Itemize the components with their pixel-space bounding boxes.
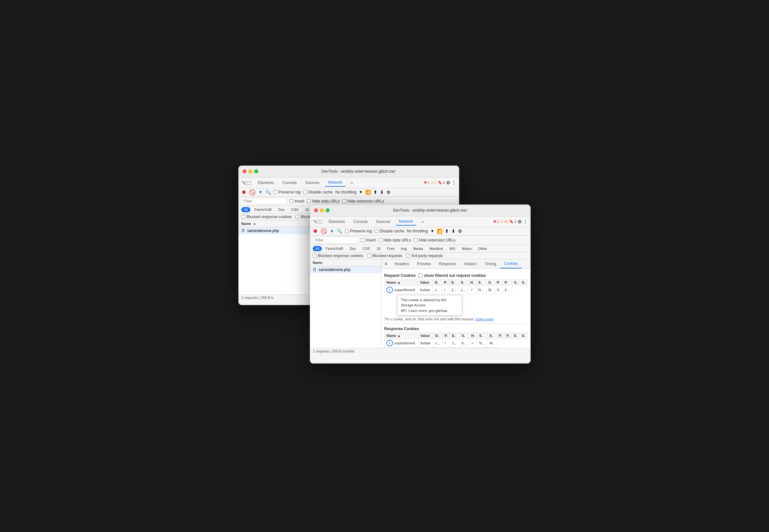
table-row[interactable]: i unpartitioned foobar c... / 1... 6... … (384, 339, 528, 348)
tab-more-front[interactable]: » (418, 218, 427, 225)
filter-icon-back[interactable]: ▼ (258, 190, 263, 195)
detail-tab-cookies-front[interactable]: Cookies (500, 259, 522, 268)
more-icon-back[interactable]: ⋮ (452, 180, 456, 185)
hide-data-urls-label-front[interactable]: Hide data URLs (378, 238, 411, 242)
stop-icon-back[interactable]: ⏺ (241, 189, 246, 195)
type-doc-back[interactable]: Doc (276, 207, 287, 212)
hide-ext-urls-checkbox-front[interactable] (414, 238, 418, 242)
show-filtered-checkbox-front[interactable] (418, 273, 423, 278)
close-button-back[interactable] (242, 169, 246, 173)
third-party-checkbox-front[interactable] (406, 254, 410, 258)
blocked-cookies-checkbox-back[interactable] (241, 215, 245, 219)
disable-cache-label-front[interactable]: Disable cache (374, 229, 404, 233)
type-css-back[interactable]: CSS (289, 207, 301, 212)
type-js-front[interactable]: JS (374, 246, 383, 251)
hide-ext-urls-label-back[interactable]: Hide extension URLs (342, 199, 384, 204)
preserve-log-checkbox-front[interactable] (345, 229, 349, 233)
download-icon-back[interactable]: ⬇ (380, 190, 384, 195)
minimize-button-front[interactable] (320, 208, 324, 212)
detail-tab-timing-front[interactable]: Timing (481, 260, 500, 268)
type-all-front[interactable]: All (313, 246, 322, 251)
tab-elements-front[interactable]: Elements (325, 218, 348, 225)
blocked-req-checkbox-front[interactable] (367, 254, 371, 258)
hide-ext-urls-label-front[interactable]: Hide extension URLs (414, 238, 456, 242)
settings-icon-back[interactable]: ⚙ (446, 180, 451, 185)
invert-checkbox-front[interactable] (361, 238, 365, 242)
type-wasm-front[interactable]: Wasm (459, 246, 475, 251)
invert-label-back[interactable]: Invert (289, 199, 304, 204)
preserve-log-checkbox-back[interactable] (273, 190, 277, 194)
tab-console-back[interactable]: Console (279, 179, 300, 186)
learn-more-link-front[interactable]: Learn more (476, 317, 494, 321)
request-row-back[interactable]: 🗒 samesitenone.php (239, 227, 310, 234)
detail-tab-initiator-front[interactable]: Initiator (460, 260, 481, 268)
disable-cache-label-back[interactable]: Disable cache (303, 190, 332, 194)
search-icon-back[interactable]: 🔍 (265, 190, 271, 195)
type-doc-front[interactable]: Doc (347, 246, 359, 251)
tab-network-front[interactable]: Network (396, 218, 416, 226)
type-manifest-front[interactable]: Manifest (427, 246, 446, 251)
blocked-cookies-checkbox-front[interactable] (313, 254, 316, 258)
preserve-log-label-back[interactable]: Preserve log (273, 190, 300, 194)
type-font-front[interactable]: Font (384, 246, 397, 251)
disable-cache-checkbox-front[interactable] (374, 229, 378, 233)
invert-label-front[interactable]: Invert (361, 238, 376, 242)
blocked-req-label-front[interactable]: Blocked requests (367, 254, 402, 258)
hide-data-urls-label-back[interactable]: Hide data URLs (307, 199, 340, 204)
third-party-label-front[interactable]: 3rd-party requests (406, 254, 443, 258)
fullscreen-button-back[interactable] (254, 169, 258, 173)
disable-cache-checkbox-back[interactable] (303, 190, 307, 194)
type-css-front[interactable]: CSS (360, 246, 373, 251)
detail-close-btn-front[interactable]: ✕ (381, 260, 391, 268)
tab-sources-front[interactable]: Sources (373, 218, 394, 225)
detail-tab-response-front[interactable]: Response (435, 260, 460, 268)
detail-tab-preview-front[interactable]: Preview (413, 260, 435, 268)
upload-icon-back[interactable]: ⬆ (373, 190, 377, 195)
search-icon-front[interactable]: 🔍 (337, 229, 342, 234)
fullscreen-button-front[interactable] (326, 208, 329, 212)
settings2-icon-front[interactable]: ⚙ (458, 229, 462, 234)
tab-elements-back[interactable]: Elements (254, 179, 277, 186)
hide-ext-urls-checkbox-back[interactable] (342, 199, 346, 203)
settings-icon-front[interactable]: ⚙ (518, 219, 522, 224)
more-icon-front[interactable]: ⋮ (523, 219, 528, 224)
tab-network-back[interactable]: Network (325, 179, 345, 187)
show-filtered-label-front[interactable]: show filtered out request cookies (418, 273, 486, 278)
settings2-icon-back[interactable]: ⚙ (387, 190, 391, 195)
clear-icon-back[interactable]: 🚫 (249, 189, 255, 195)
table-row[interactable]: i unpartitioned foobar c... / 2... 1... … (384, 285, 528, 294)
request-row-front[interactable]: 🗒 samesitenone.php (310, 266, 381, 273)
minimize-button-back[interactable] (248, 169, 252, 173)
req-col-name-front: Name ▲ (384, 279, 418, 285)
hide-data-urls-checkbox-back[interactable] (307, 199, 311, 203)
filter-input-back[interactable] (241, 198, 287, 205)
preserve-log-label-front[interactable]: Preserve log (345, 229, 372, 233)
blocked-cookies-label-front[interactable]: Blocked response cookies (313, 254, 363, 258)
blocked-req-checkbox-back[interactable] (295, 215, 299, 219)
throttle-select-back[interactable]: No throttling (335, 190, 356, 194)
download-icon-front[interactable]: ⬇ (452, 229, 455, 234)
type-xhr-back[interactable]: Fetch/XHR (252, 207, 274, 212)
upload-icon-front[interactable]: ⬆ (445, 229, 449, 234)
blocked-cookies-label-back[interactable]: Blocked response cookies (241, 215, 291, 219)
tab-console-front[interactable]: Console (350, 218, 371, 225)
type-all-back[interactable]: All (241, 207, 250, 212)
hide-data-urls-checkbox-front[interactable] (378, 238, 382, 242)
type-ws-front[interactable]: WS (447, 246, 458, 251)
type-img-front[interactable]: Img (398, 246, 409, 251)
clear-icon-front[interactable]: 🚫 (320, 228, 327, 234)
filter-icon-front[interactable]: ▼ (329, 229, 334, 234)
throttle-select-front[interactable]: No throttling (407, 229, 428, 233)
detail-tab-headers-front[interactable]: Headers (391, 260, 413, 268)
requests-list-front: Name 🗒 samesitenone.php (310, 259, 381, 348)
type-xhr-front[interactable]: Fetch/XHR (323, 246, 346, 251)
type-media-front[interactable]: Media (411, 246, 426, 251)
tab-sources-back[interactable]: Sources (302, 179, 323, 186)
inspect-icon-back: ⬚ (247, 180, 251, 185)
close-button-front[interactable] (314, 208, 318, 212)
stop-icon-front[interactable]: ⏺ (313, 228, 318, 234)
tab-more-back[interactable]: » (347, 179, 356, 186)
invert-checkbox-back[interactable] (289, 199, 293, 203)
type-other-front[interactable]: Other (476, 246, 490, 251)
filter-input-front[interactable] (313, 237, 358, 244)
